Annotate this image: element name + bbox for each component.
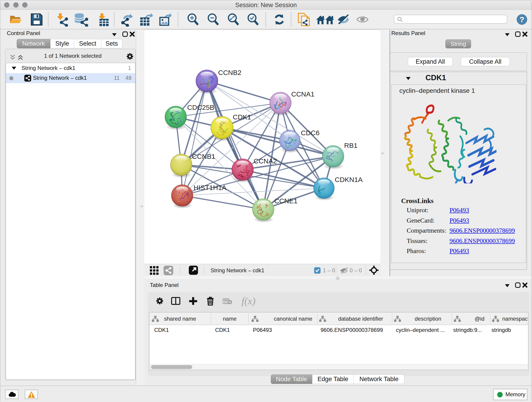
svg-text:CCNE1: CCNE1 [274, 197, 298, 205]
svg-text:CDC25B: CDC25B [187, 104, 214, 111]
svg-text:CCNB1: CCNB1 [192, 153, 215, 160]
svg-text:HIST1H1A: HIST1H1A [194, 184, 226, 191]
svg-text:CDKN1A: CDKN1A [335, 176, 363, 183]
svg-text:CDK1: CDK1 [233, 113, 251, 121]
svg-text:CCNA2: CCNA2 [254, 157, 277, 165]
svg-text:RB1: RB1 [344, 142, 357, 149]
svg-text:CCNB2: CCNB2 [218, 69, 241, 76]
svg-text:CCNA1: CCNA1 [291, 90, 315, 98]
svg-text:CDC6: CDC6 [301, 129, 320, 137]
